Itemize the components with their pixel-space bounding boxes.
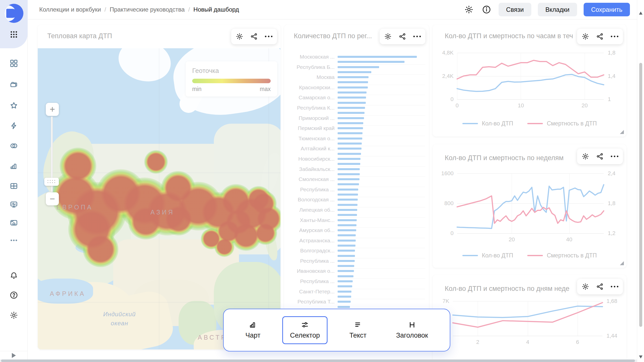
widget-gear-icon[interactable]	[582, 283, 589, 290]
bar[interactable]	[338, 240, 356, 242]
sidebar-item-storage-icon[interactable]	[8, 217, 19, 228]
info-icon[interactable]	[481, 4, 492, 15]
bar[interactable]	[338, 92, 367, 94]
bar[interactable]	[338, 127, 363, 129]
bar[interactable]	[338, 132, 363, 134]
sidebar-item-collections-icon[interactable]	[8, 79, 19, 90]
bar[interactable]	[338, 66, 379, 68]
legend-item[interactable]: Кол-во ДТП	[462, 120, 513, 127]
widget-menu-icon[interactable]	[413, 36, 421, 37]
map-zoom-in-button[interactable]: +	[46, 103, 59, 116]
help-icon[interactable]	[8, 290, 19, 301]
settings-gear-icon[interactable]	[463, 4, 474, 15]
bar[interactable]	[338, 138, 362, 140]
sidebar-item-more-icon[interactable]	[8, 235, 19, 246]
widget-menu-icon[interactable]	[611, 36, 618, 37]
bar[interactable]	[338, 275, 353, 277]
bar[interactable]	[338, 214, 357, 216]
widget-menu-icon[interactable]	[611, 286, 618, 287]
widget-menu-icon[interactable]	[265, 36, 272, 37]
toolbar-item-heading[interactable]: Заголовок	[388, 316, 436, 344]
line-chart-days[interactable]: 2467K1,681,44	[453, 301, 602, 336]
vertical-scrollbar[interactable]	[637, 0, 644, 362]
bar[interactable]	[338, 255, 355, 257]
apps-grid-icon[interactable]	[8, 29, 19, 40]
user-settings-gear-icon[interactable]	[8, 310, 19, 321]
bar[interactable]	[338, 71, 371, 73]
widget-gear-icon[interactable]	[384, 33, 392, 40]
sidebar-item-favorites-icon[interactable]	[8, 100, 19, 111]
bar[interactable]	[338, 291, 351, 293]
sidebar-item-dashboards-icon[interactable]	[8, 58, 19, 69]
horizontal-scrollbar[interactable]	[0, 359, 637, 362]
line-chart-weeks[interactable]: 2040160080002,41,81,2	[457, 173, 604, 233]
sidebar-item-monitoring-icon[interactable]	[8, 199, 19, 210]
bar[interactable]	[338, 76, 369, 78]
bar[interactable]	[338, 245, 355, 247]
bar[interactable]	[338, 219, 357, 221]
bar[interactable]	[338, 224, 356, 226]
widget-links-icon[interactable]	[596, 153, 604, 160]
heatmap-map[interactable]: ЕВРОПА АЗИЯ АФРИКА АВСТРАЛИЯ Индийский о…	[38, 48, 280, 349]
bar[interactable]	[338, 209, 357, 211]
save-button[interactable]: Сохранить	[584, 3, 630, 16]
bar[interactable]	[338, 56, 417, 58]
bar[interactable]	[338, 194, 358, 196]
bar[interactable]	[338, 178, 359, 180]
widget-resize-handle[interactable]	[620, 261, 624, 265]
bar[interactable]	[338, 189, 358, 191]
bar[interactable]	[338, 183, 359, 185]
horizontal-scrollbar-thumb[interactable]	[1, 359, 635, 362]
vertical-scrollbar-thumb[interactable]	[639, 63, 642, 327]
links-button[interactable]: Связи	[499, 3, 531, 16]
bar[interactable]	[338, 270, 354, 272]
bar[interactable]	[338, 199, 358, 201]
sidebar-expand-button[interactable]	[0, 351, 27, 359]
bar[interactable]	[338, 250, 355, 252]
widget-links-icon[interactable]	[250, 33, 258, 40]
bar[interactable]	[338, 97, 366, 99]
bar[interactable]	[338, 143, 362, 145]
scroll-up-arrow[interactable]	[639, 12, 642, 15]
widget-gear-icon[interactable]	[582, 33, 589, 40]
bar[interactable]	[338, 81, 368, 83]
bar[interactable]	[338, 102, 366, 104]
sidebar-item-tables-icon[interactable]	[8, 180, 19, 192]
bar[interactable]	[338, 285, 352, 287]
widget-gear-icon[interactable]	[236, 33, 243, 40]
widget-links-icon[interactable]	[596, 33, 604, 40]
breadcrumb-guides[interactable]: Практические руководства	[110, 6, 185, 13]
bar[interactable]	[338, 153, 361, 155]
bar[interactable]	[338, 168, 360, 170]
bar[interactable]	[338, 265, 354, 267]
bar[interactable]	[338, 306, 350, 308]
bar[interactable]	[338, 204, 357, 206]
bar[interactable]	[338, 296, 351, 298]
widget-resize-handle[interactable]	[620, 130, 624, 134]
tabs-button[interactable]: Вкладки	[538, 3, 577, 16]
bar[interactable]	[338, 148, 361, 150]
widget-gear-icon[interactable]	[582, 153, 589, 160]
scroll-down-arrow[interactable]	[639, 355, 642, 358]
toolbar-item-selector[interactable]: Селектор	[282, 316, 328, 344]
notifications-bell-icon[interactable]	[8, 270, 19, 281]
map-zoom-slider-handle[interactable]	[44, 178, 59, 186]
legend-item[interactable]: Смертность в ДТП	[527, 120, 597, 127]
sidebar-item-charts-icon[interactable]	[8, 160, 19, 171]
bar[interactable]	[338, 112, 365, 114]
bar[interactable]	[338, 280, 353, 282]
bar[interactable]	[338, 163, 360, 165]
legend-item[interactable]: Кол-во ДТП	[462, 252, 513, 259]
line-chart-hours[interactable]: 010204,8K2,4K01,81,41	[457, 53, 604, 99]
toolbar-item-chart[interactable]: Чарт	[238, 316, 268, 344]
bar[interactable]	[338, 301, 351, 303]
bar[interactable]	[338, 86, 368, 88]
bar[interactable]	[338, 107, 365, 109]
toolbar-item-text[interactable]: Текст	[342, 316, 374, 344]
bar[interactable]	[338, 122, 363, 124]
breadcrumb-collections[interactable]: Коллекции и воркбуки	[39, 6, 101, 13]
bar[interactable]	[338, 158, 360, 160]
bar[interactable]	[338, 234, 356, 236]
datalens-logo[interactable]	[4, 4, 23, 23]
widget-menu-icon[interactable]	[611, 156, 618, 157]
